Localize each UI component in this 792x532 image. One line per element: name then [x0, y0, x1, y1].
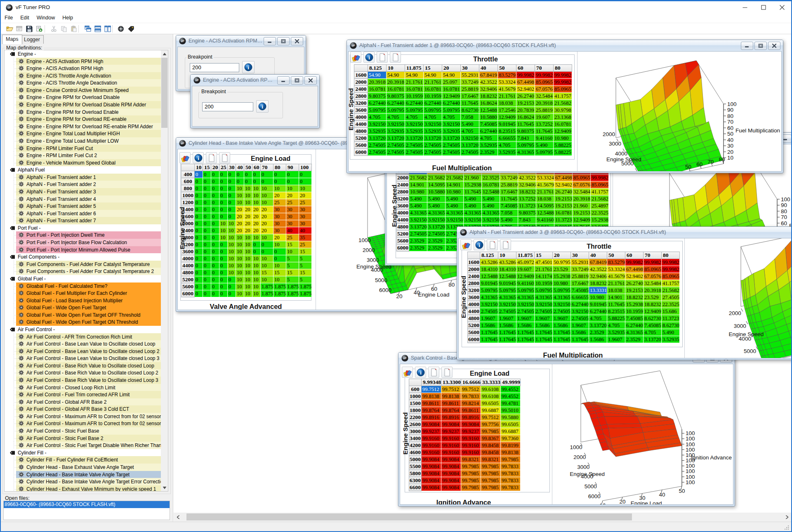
table-cell[interactable]: 18.4310 [498, 266, 516, 273]
tree-item[interactable]: Air Fuel Control - Global AFR Base 3 Col… [5, 405, 162, 413]
scroll-thumb[interactable] [186, 513, 632, 520]
minimize-button[interactable] [277, 76, 290, 85]
table-cell[interactable]: 55.2931 [571, 259, 589, 266]
table-cell[interactable]: 21.5682 [427, 174, 446, 181]
table-cell[interactable]: 0 [211, 262, 219, 269]
scroll-down-button[interactable] [161, 484, 168, 491]
table-cell[interactable]: 99.9160 [461, 435, 481, 442]
table-cell[interactable]: 10 [236, 290, 244, 297]
table-cell[interactable]: 0 [219, 213, 228, 220]
table-cell[interactable]: 3.52935 [442, 128, 461, 135]
app-minimize-button[interactable] [735, 1, 754, 14]
table-cell[interactable]: 99.9084 [441, 421, 461, 428]
table-cell[interactable]: 0 [203, 290, 211, 297]
table-cell[interactable]: 5.490 [409, 195, 427, 202]
table-cell[interactable]: 99.7985 [461, 470, 481, 477]
table-cell[interactable]: 10 [244, 269, 252, 276]
table-cell[interactable]: 3.52935 [479, 142, 498, 149]
table-cell[interactable]: 99.9982 [516, 72, 535, 79]
table-cell[interactable]: 5.88225 [607, 315, 625, 322]
table-cell[interactable]: 10 [244, 234, 252, 241]
table-cell[interactable]: 0 [236, 178, 244, 185]
table-cell[interactable]: 99.4781 [501, 400, 521, 407]
menu-edit[interactable]: Edit [16, 14, 33, 23]
table-cell[interactable]: 3.13720 [442, 135, 461, 142]
table-cell[interactable]: 9.01945 [498, 280, 516, 287]
table-cell[interactable]: 0 [219, 276, 228, 283]
table-cell[interactable]: 2.74505 [480, 308, 498, 315]
table-cell[interactable]: 10 [228, 269, 236, 276]
table-cell[interactable]: 99.9084 [441, 456, 461, 463]
table-cell[interactable]: 9.41160 [535, 135, 554, 142]
table-cell[interactable]: 20.3918 [573, 195, 591, 202]
table-cell[interactable]: 99.8367 [481, 435, 501, 442]
table-cell[interactable]: 4.31365 [480, 294, 498, 301]
table-cell[interactable]: 11.7645 [500, 195, 518, 202]
tree-item[interactable]: Global Fuel - Fuel Multiplier For Each C… [5, 290, 162, 297]
tree-item[interactable]: Fuel Components - Fuel Adder For Catalys… [5, 268, 162, 275]
table-cell[interactable]: 0 [219, 185, 228, 192]
table-cell[interactable]: 0 [228, 283, 236, 290]
table-cell[interactable]: 99.9084 [422, 463, 441, 470]
info-button[interactable]: i [193, 152, 204, 163]
table-cell[interactable]: 5.09795 [424, 107, 442, 114]
copy-map-button[interactable] [487, 239, 498, 250]
table-cell[interactable]: 18.8232 [644, 301, 662, 308]
maximize-button[interactable] [277, 37, 290, 45]
table-cell[interactable]: 1.17645 [553, 336, 571, 343]
table-cell[interactable]: 10 [219, 234, 228, 241]
scroll-thumb[interactable] [161, 58, 167, 128]
table-cell[interactable]: 2.74505 [553, 308, 571, 315]
table-cell[interactable]: 3.13720 [405, 135, 424, 142]
table-cell[interactable]: 10 [252, 269, 261, 276]
tree-item[interactable]: Air Fuel Control - Maximum AFR to Correc… [5, 413, 162, 420]
table-cell[interactable]: 0 [195, 283, 203, 290]
window-titlebar[interactable]: vFEngine - ACIS Activation RPM Hi... [176, 35, 306, 47]
table-cell[interactable]: 54.90 [405, 72, 424, 79]
table-cell[interactable]: 99.9982 [591, 174, 609, 181]
table-cell[interactable]: 7.843 [518, 217, 536, 224]
table-cell[interactable]: 5 [299, 255, 312, 262]
table-cell[interactable]: 21.5682 [446, 174, 464, 181]
table-cell[interactable]: 0 [219, 255, 228, 262]
table-cell[interactable]: 10 [228, 234, 236, 241]
table-cell[interactable]: 10 [219, 220, 228, 227]
table-cell[interactable]: 4.705 [387, 114, 405, 121]
table-cell[interactable]: 23.1368 [554, 114, 572, 121]
table-cell[interactable]: 25.4897 [591, 202, 609, 210]
palette-button[interactable] [179, 152, 191, 163]
table-cell[interactable]: 11.3723 [518, 202, 536, 210]
table-cell[interactable]: 42.3522 [589, 266, 607, 273]
table-cell[interactable]: 4.31365 [516, 149, 535, 156]
tree-item[interactable]: Port Fuel - Port Injector Base Flow Calc… [5, 239, 162, 246]
table-cell[interactable]: 3.52935 [387, 128, 405, 135]
table-cell[interactable]: 2.74505 [461, 149, 479, 156]
table-cell[interactable]: 21.1761 [535, 266, 553, 273]
table-cell[interactable]: 20 [299, 192, 312, 199]
tree-item[interactable]: Cylinder Fill - Fuel Cylinder Fill CoEff… [5, 456, 162, 464]
table-cell[interactable]: 99.8138 [501, 449, 521, 456]
table-cell[interactable]: 5.09795 [480, 287, 498, 294]
table-cell[interactable]: 1.875 [273, 290, 286, 297]
table-cell[interactable]: 99.9982 [662, 266, 680, 273]
table-cell[interactable]: 26.2740 [516, 93, 535, 100]
table-cell[interactable]: 99.8611 [461, 407, 481, 414]
table-cell[interactable]: 7.45085 [644, 322, 662, 329]
table-cell[interactable]: 5.490 [662, 329, 680, 336]
table-cell[interactable]: 0 [219, 262, 228, 269]
table-cell[interactable]: 52.9402 [625, 273, 644, 280]
table-cell[interactable]: 3.52935 [498, 149, 516, 156]
table-cell[interactable]: 0 [252, 248, 261, 255]
table-cell[interactable]: 18.8232 [518, 188, 536, 195]
table-cell[interactable]: 14.5095 [536, 202, 554, 210]
table-cell[interactable]: 3.92150 [516, 301, 535, 308]
table-cell[interactable]: 99.6887 [501, 428, 521, 435]
table-cell[interactable]: 1.9607 [498, 315, 516, 322]
table-cell[interactable]: 18.038 [498, 100, 516, 107]
tree-item[interactable]: Air Fuel Control - Base Rich Value to Os… [5, 369, 162, 377]
info-button[interactable]: i [363, 52, 375, 63]
table-cell[interactable]: 25.8819 [461, 86, 479, 93]
table-cell[interactable]: 5.09795 [553, 287, 571, 294]
table-cell[interactable]: 19.2153 [573, 210, 591, 217]
table-cell[interactable]: 0 [195, 234, 203, 241]
